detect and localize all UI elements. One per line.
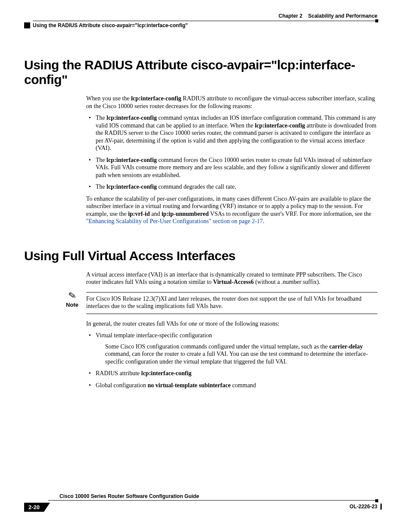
section1-intro: When you use the lcp:interface-config RA…	[86, 95, 377, 110]
list-item: RADIUS attribute lcp:interface-config	[86, 370, 377, 377]
footer-guide-title: Cisco 10000 Series Router Software Confi…	[59, 493, 199, 499]
page-number: 2-20	[24, 503, 44, 512]
chapter-label: Chapter 2	[279, 13, 302, 19]
footer-rule	[48, 500, 377, 501]
list-item: The lcp:interface-config command forces …	[86, 156, 377, 179]
note-text: For Cisco IOS Release 12.3(7)XI and late…	[86, 295, 377, 310]
section1-bullets: The lcp:interface-config command syntax …	[86, 114, 377, 191]
list-item: The lcp:interface-config command syntax …	[86, 114, 377, 152]
section1-tail: To enhance the scalability of per-user c…	[86, 195, 377, 225]
section2-intro: A virtual access interface (VAI) is an i…	[86, 271, 377, 286]
section-heading-radius-attribute: Using the RADIUS Attribute cisco-avpair=…	[24, 58, 377, 87]
xref-link[interactable]: "Enhancing Scalability of Per-User Confi…	[86, 218, 263, 224]
page: Chapter 2 Scalability and Performance Us…	[0, 0, 411, 532]
note-block: ✎ Note For Cisco IOS Release 12.3(7)XI a…	[86, 292, 377, 314]
section-heading-full-vai: Using Full Virtual Access Interfaces	[24, 249, 377, 263]
header-left-cap	[24, 22, 30, 28]
section2-body: A virtual access interface (VAI) is an i…	[86, 271, 377, 389]
note-label: Note	[60, 302, 84, 308]
header-right: Chapter 2 Scalability and Performance	[279, 13, 377, 19]
list-item-subtext: Some Cisco IOS configuration commands co…	[105, 343, 377, 366]
section1-body: When you use the lcp:interface-config RA…	[86, 95, 377, 225]
note-icon: ✎ Note	[60, 291, 84, 308]
header-rule-cap	[375, 19, 378, 22]
page-footer: Cisco 10000 Series Router Software Confi…	[24, 500, 377, 517]
list-item: The lcp:interface-config command degrade…	[86, 183, 377, 191]
note-rule-bottom	[86, 314, 377, 314]
footer-doc-id-cap	[380, 504, 382, 510]
footer-rule-cap	[375, 499, 378, 502]
footer-doc-id: OL-2226-23	[349, 504, 377, 510]
header-rule	[33, 21, 377, 21]
chapter-title: Scalability and Performance	[308, 13, 377, 19]
pencil-icon: ✎	[60, 289, 85, 302]
list-item: Virtual template interface-specific conf…	[86, 332, 377, 365]
section2-bullets: Virtual template interface-specific conf…	[86, 332, 377, 389]
section2-lead2: In general, the router creates full VAIs…	[86, 320, 377, 328]
note-rule-top	[86, 292, 377, 292]
page-header: Chapter 2 Scalability and Performance Us…	[24, 13, 377, 32]
list-item: Global configuration no virtual-template…	[86, 382, 377, 389]
header-running-title: Using the RADIUS Attribute cisco-avpair=…	[33, 22, 188, 28]
